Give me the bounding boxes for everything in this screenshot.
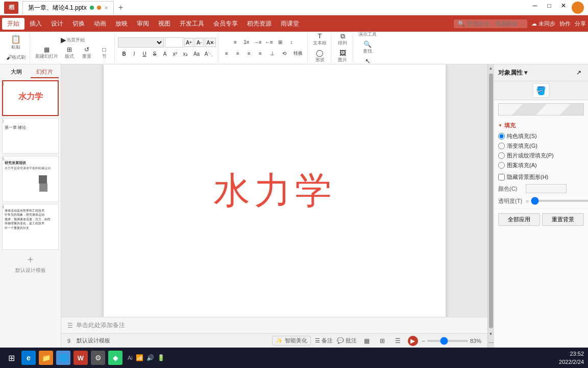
picture-fill-radio[interactable]: [498, 152, 505, 159]
superscript-button[interactable]: x²: [170, 49, 180, 58]
search-box[interactable]: 🔍: [454, 19, 527, 28]
line-spacing-button[interactable]: ↕: [286, 37, 297, 48]
menu-item-start[interactable]: 开始: [2, 18, 24, 30]
solid-fill-option[interactable]: 纯色填充(S): [498, 132, 584, 140]
font-color-button[interactable]: A: [160, 49, 169, 58]
increase-font-button[interactable]: A+: [184, 38, 193, 47]
menu-item-member[interactable]: 会员专享: [209, 18, 242, 30]
reset-button[interactable]: ↺ 重置: [79, 45, 95, 61]
font-effects-button[interactable]: A⋱: [203, 49, 214, 58]
font-size-input[interactable]: 0: [165, 37, 183, 48]
font-family-select[interactable]: [118, 37, 164, 48]
sync-status[interactable]: ☁ 未同步: [531, 20, 555, 28]
text-box-button[interactable]: T 文本框: [311, 32, 329, 48]
format-brush-button[interactable]: 🖌 格式刷: [4, 53, 28, 62]
files-icon[interactable]: 📁: [39, 351, 53, 365]
smart-art-button[interactable]: 转换: [291, 49, 305, 59]
transparency-decrease[interactable]: ○: [526, 198, 529, 204]
scroll-thumb[interactable]: [489, 74, 493, 328]
vertical-align-button[interactable]: ⊥: [266, 49, 278, 59]
gradient-fill-option[interactable]: 渐变填充(G): [498, 142, 584, 150]
share-button[interactable]: 分享: [575, 20, 586, 28]
slide-thumbnail-2[interactable]: 2 第一章 绪论: [2, 118, 59, 154]
slide-thumbnail-3[interactable]: 3 研究发展现状 水力学是研究液体平衡和机械运动: [2, 156, 59, 202]
pattern-fill-radio[interactable]: [498, 162, 505, 169]
clear-format-button[interactable]: A✕: [205, 38, 216, 47]
gradient-fill-radio[interactable]: [498, 143, 505, 149]
zoom-out-icon[interactable]: −: [422, 338, 425, 344]
comments-button[interactable]: 💬 批注: [337, 337, 357, 344]
view-normal-button[interactable]: ▦: [361, 336, 373, 346]
justify-button[interactable]: ≡: [255, 49, 265, 59]
zoom-slider[interactable]: [427, 340, 468, 342]
add-tab-button[interactable]: +: [115, 2, 127, 14]
menu-item-insert[interactable]: 插入: [26, 18, 46, 30]
other-app-icon[interactable]: ◆: [108, 351, 122, 365]
align-center-button[interactable]: ≡: [233, 49, 243, 59]
strikethrough-button[interactable]: S: [150, 49, 159, 58]
view-outline-button[interactable]: ☰: [392, 336, 404, 346]
subscript-button[interactable]: x₂: [181, 49, 190, 58]
number-list-button[interactable]: 1≡: [241, 37, 252, 48]
start-button[interactable]: ⊞: [4, 351, 18, 365]
select-button[interactable]: ↖ 选择: [359, 57, 376, 64]
menu-item-developer[interactable]: 开发工具: [176, 18, 208, 30]
play-button[interactable]: ▶: [408, 336, 418, 346]
color-swatch[interactable]: [526, 184, 567, 193]
menu-item-slideshow[interactable]: 放映: [111, 18, 132, 30]
chrome-icon[interactable]: 🌐: [56, 351, 70, 365]
notes-button[interactable]: ☰ 备注: [315, 337, 333, 344]
indent-decrease-button[interactable]: ←≡: [264, 37, 274, 48]
present-tool-button[interactable]: ⊡ 演示工具: [356, 32, 379, 39]
tab-slides[interactable]: 幻灯片: [31, 66, 59, 78]
transparency-slider[interactable]: [531, 200, 588, 202]
notes-bar[interactable]: ☰ 单击此处添加备注: [61, 317, 487, 333]
settings-icon[interactable]: ⚙: [91, 351, 105, 365]
pattern-fill-option[interactable]: 图案填充(A): [498, 162, 584, 169]
scroll-up-button[interactable]: ▲: [488, 64, 494, 72]
slide-thumbnail-4[interactable]: 4 液体流动是自然界和工程技术中常见的现象，研究液体运动规律，预测液体流速，压力…: [2, 204, 59, 250]
multi-column-button[interactable]: ⊞: [275, 37, 285, 48]
menu-item-view[interactable]: 视图: [154, 18, 175, 30]
scroll-down-button[interactable]: ▼: [488, 330, 494, 337]
shape-button[interactable]: ◯ 形状: [312, 49, 328, 64]
tab-outline[interactable]: 大纲: [2, 66, 31, 78]
tab-close-icon[interactable]: ✕: [104, 5, 108, 11]
reset-bg-button[interactable]: 重置背景: [542, 213, 584, 226]
collab-button[interactable]: 协作: [559, 20, 571, 28]
hide-bg-option[interactable]: 隐藏背景图形(H): [498, 173, 584, 181]
align-right-button[interactable]: ≡: [244, 49, 254, 59]
apply-all-button[interactable]: 全部应用: [498, 213, 540, 226]
fill-tab-button[interactable]: 🪣: [533, 83, 549, 98]
maximize-button[interactable]: □: [543, 2, 555, 10]
bullet-list-button[interactable]: ≡: [230, 37, 240, 48]
view-grid-button[interactable]: ⊞: [377, 336, 388, 346]
minimize-button[interactable]: ─: [529, 2, 541, 10]
decrease-font-button[interactable]: A-: [194, 38, 204, 47]
menu-item-yuke[interactable]: 雨课堂: [277, 18, 303, 30]
ai-beautify-button[interactable]: ✨ 智能美化: [272, 336, 311, 346]
find-button[interactable]: 🔍 查找: [359, 40, 376, 56]
add-slide-button[interactable]: +: [2, 254, 59, 266]
text-direction-button[interactable]: ⟲: [279, 49, 290, 59]
menu-item-transition[interactable]: 切换: [68, 18, 89, 30]
section-button[interactable]: □ 节: [96, 45, 112, 61]
menu-item-resources[interactable]: 稻壳资源: [243, 18, 276, 30]
bold-button[interactable]: B: [119, 49, 129, 58]
align-left-button[interactable]: ≡: [222, 49, 232, 59]
menu-item-design[interactable]: 设计: [47, 18, 67, 30]
expand-panel-button[interactable]: ⋯: [488, 337, 494, 348]
panel-expand-icon[interactable]: ↗: [574, 67, 584, 78]
search-input[interactable]: [467, 20, 523, 27]
indent-increase-button[interactable]: →≡: [253, 37, 263, 48]
slide-play-button[interactable]: ▶ 当页开始: [59, 35, 87, 44]
menu-item-animation[interactable]: 动画: [90, 18, 110, 30]
slide-canvas[interactable]: 水力学: [104, 64, 446, 317]
slide-thumbnail-1[interactable]: 1 水力学: [2, 80, 59, 116]
new-slide-button[interactable]: ▦ 新建幻灯片: [33, 45, 60, 61]
italic-button[interactable]: I: [130, 49, 139, 58]
arrange-button[interactable]: ⧉ 排列: [334, 32, 351, 48]
layout-button[interactable]: ⊞ 版式: [61, 45, 78, 61]
edge-icon[interactable]: e: [21, 351, 36, 365]
underline-button[interactable]: U: [140, 49, 149, 58]
